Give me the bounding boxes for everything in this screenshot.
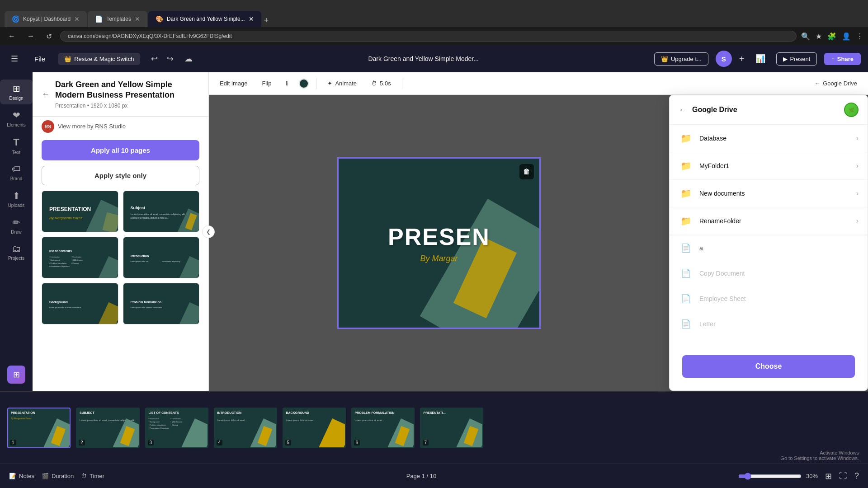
filmstrip-thumb-5[interactable]: Background Lorem ipsum dolor sit amet...… (283, 408, 346, 448)
panel-back-button[interactable]: ← (42, 89, 50, 99)
apply-style-button[interactable]: Apply style only (42, 166, 199, 185)
canvas-slide: PRESEN By Margar 🗑 (337, 157, 541, 329)
menu-icon[interactable]: ☰ (7, 52, 22, 66)
gdrive-choose-button[interactable]: Choose (682, 355, 855, 378)
forward-button[interactable]: → (24, 30, 38, 42)
zoom-icon: 🔍 (801, 32, 810, 41)
view-toggle-icon[interactable]: ⊞ (825, 471, 832, 481)
gdrive-folder-newdocs[interactable]: 📁 New documents › (670, 180, 868, 207)
user-avatar[interactable]: S (716, 51, 732, 67)
add-tab-button[interactable]: + (262, 14, 271, 27)
slide-number-4: 4 (217, 440, 223, 446)
slide-thumb-2[interactable]: Subject Lorem ipsum dolor sit amet, cons… (123, 191, 200, 232)
star-icon[interactable]: ★ (816, 32, 822, 41)
save-cloud-icon[interactable]: ☁ (184, 54, 193, 64)
close-tab-1-icon[interactable]: ✕ (74, 15, 80, 23)
doc-icon: 📄 (679, 241, 693, 255)
thumbnail-grid: PRESENTATION By Margareita Parez Subject… (42, 191, 199, 324)
slide-thumb-1[interactable]: PRESENTATION By Margareita Parez (42, 191, 118, 232)
gdrive-doc-employee[interactable]: 📄 Employee Sheet (670, 286, 868, 311)
gdrive-folder-myfolder1[interactable]: 📁 MyFolder1 › (670, 152, 868, 180)
sidebar-item-text[interactable]: T Text (0, 133, 33, 159)
sidebar-item-uploads[interactable]: ⬆ Uploads (0, 187, 33, 211)
sidebar-item-projects[interactable]: 🗂 Projects (0, 240, 33, 264)
sidebar-item-design[interactable]: ⊞ Design (0, 80, 33, 104)
timer-icon: ⏱ (81, 473, 87, 479)
close-tab-3-icon[interactable]: ✕ (249, 15, 254, 23)
slide-main-title: PRESEN (388, 223, 490, 250)
edit-image-tool[interactable]: Edit image (216, 78, 251, 89)
undo-button[interactable]: ↩ (147, 52, 161, 66)
share-icon: ↑ (831, 56, 835, 62)
duration-button[interactable]: ⏱ 5.0s (368, 78, 395, 89)
filmstrip-thumb-1[interactable]: PRESENTATION By Margareita Parez 1 (7, 408, 71, 448)
redo-button[interactable]: ↪ (163, 52, 177, 66)
flip-tool[interactable]: Flip (258, 78, 275, 89)
filmstrip-thumb-3[interactable]: list of contents • Introduction• Backgro… (145, 408, 208, 448)
filmstrip-thumb-4[interactable]: Introduction Lorem ipsum dolor sit amet.… (214, 408, 277, 448)
sidebar-item-brand[interactable]: 🏷 Brand (0, 160, 33, 185)
gdrive-folder-renamefolder[interactable]: 📁 RenameFolder › (670, 207, 868, 235)
slide-thumb-4[interactable]: Introduction Lorem ipsum dolor sit... co… (123, 237, 200, 278)
gdrive-back-button[interactable]: ← (679, 105, 687, 115)
chevron-right-icon: › (856, 162, 859, 170)
present-button[interactable]: ▶ Present (776, 52, 817, 66)
duration-icon: 🎬 (42, 473, 49, 479)
plus-button[interactable]: + (739, 54, 745, 64)
filmstrip-thumb-6[interactable]: Problem formulation Lorem ipsum dolor si… (351, 408, 415, 448)
color-picker[interactable] (299, 79, 309, 89)
browser-tab-2[interactable]: 📄 Templates ✕ (88, 11, 147, 27)
browser-tab-1[interactable]: 🌀 Kopyst | Dashboard ✕ (5, 11, 87, 27)
apps-button[interactable]: ⊞ (7, 366, 25, 384)
upgrade-button[interactable]: 👑 Upgrade t... (654, 52, 708, 66)
undo-redo-controls: ↩ ↪ (147, 52, 177, 66)
panel-collapse-button[interactable]: ❮ (202, 225, 215, 238)
panel-subtitle: Presentation • 868 x 488 px (55, 103, 199, 109)
author-name[interactable]: View more by RNS Studio (58, 123, 126, 130)
settings-icon[interactable]: ⋮ (856, 32, 863, 41)
fullscreen-icon[interactable]: ⛶ (839, 471, 847, 481)
back-button[interactable]: ← (5, 30, 19, 42)
ext-icon[interactable]: 🧩 (827, 32, 836, 41)
slide-thumb-6[interactable]: Problem formulation Lorem ipsum dolor si… (123, 283, 200, 324)
browser-tab-3[interactable]: 🎨 Dark Green and Yellow Simple... ✕ (148, 11, 261, 27)
author-avatar: RS (42, 120, 54, 133)
apply-all-button[interactable]: Apply all 10 pages (42, 140, 199, 160)
gdrive-folder-myfolder1-label: MyFolder1 (699, 162, 856, 169)
slide-thumb-3[interactable]: list of contents • Introduction• Backgro… (42, 237, 118, 278)
gdrive-doc-copy[interactable]: 📄 Copy Document (670, 261, 868, 286)
zoom-slider[interactable] (738, 473, 802, 480)
help-icon[interactable]: ? (854, 471, 859, 481)
animate-button[interactable]: ✦ Animate (324, 78, 360, 89)
sidebar-item-elements[interactable]: ❤ Elements (0, 106, 33, 131)
gdrive-doc-a[interactable]: 📄 a (670, 235, 868, 261)
delete-element-button[interactable]: 🗑 (519, 164, 534, 179)
magic-switch-button[interactable]: 👑 Resize & Magic Switch (58, 53, 140, 65)
share-button[interactable]: ↑ Share (824, 53, 861, 65)
upgrade-crown-icon: 👑 (661, 56, 668, 62)
gdrive-doc-letter[interactable]: 📄 Letter (670, 311, 868, 337)
gdrive-folder-database[interactable]: 📁 Database › (670, 125, 868, 152)
slide-number-3: 3 (148, 440, 154, 446)
google-drive-area: PRESEN By Margar 🗑 ← Google Drive 🌿 (209, 95, 868, 391)
notes-button[interactable]: 📝 Notes (9, 473, 34, 479)
filmstrip-thumb-7[interactable]: Presentati... 7 (420, 408, 483, 448)
google-drive-button[interactable]: ← Google Drive (811, 78, 861, 89)
browser-tabs: 🌀 Kopyst | Dashboard ✕ 📄 Templates ✕ 🎨 D… (5, 0, 270, 27)
brand-icon: 🏷 (12, 164, 21, 174)
chart-icon[interactable]: 📊 (752, 52, 769, 66)
address-bar[interactable]: canva.com/design/DAGNDXyXEqQ/3X-DrEFsdIL… (60, 31, 797, 42)
sidebar-item-draw[interactable]: ✏ Draw (0, 213, 33, 238)
slide-thumb-5[interactable]: Background Lorem ipsum dolor sit amet co… (42, 283, 118, 324)
refresh-button[interactable]: ↺ (42, 30, 56, 42)
app: ☰ File 👑 Resize & Magic Switch ↩ ↪ ☁ Dar… (0, 45, 868, 488)
divider-1 (316, 78, 316, 89)
close-tab-2-icon[interactable]: ✕ (135, 15, 140, 23)
info-icon[interactable]: ℹ (282, 78, 292, 89)
gdrive-doc-copy-label: Copy Document (699, 270, 745, 277)
profile-icon[interactable]: 👤 (842, 32, 851, 41)
file-menu[interactable]: File (29, 53, 51, 65)
duration-button[interactable]: 🎬 Duration (42, 473, 74, 479)
filmstrip-thumb-2[interactable]: Subject Lorem ipsum dolor sit amet, cons… (76, 408, 140, 448)
timer-button[interactable]: ⏱ Timer (81, 473, 104, 479)
